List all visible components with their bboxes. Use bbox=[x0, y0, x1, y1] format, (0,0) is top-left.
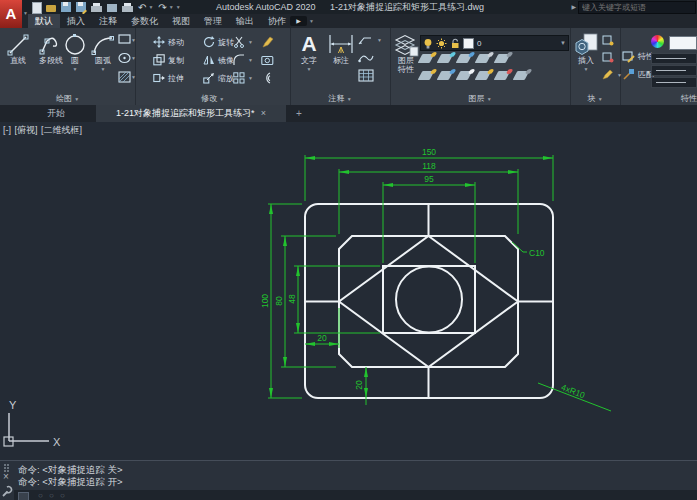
layer-dropdown-caret[interactable]: ▼ bbox=[560, 40, 566, 46]
layer-plot-icon[interactable] bbox=[494, 54, 511, 63]
trim-flyout-caret[interactable]: ▼ bbox=[248, 39, 253, 45]
layer-properties-tool[interactable]: 图层 特性 bbox=[392, 33, 420, 75]
linetype-dropdown[interactable] bbox=[651, 65, 697, 76]
search-input[interactable] bbox=[579, 3, 695, 12]
table-tool[interactable] bbox=[358, 69, 374, 82]
save-icon[interactable] bbox=[61, 2, 71, 12]
properties-panel-caption[interactable]: 特性 bbox=[620, 93, 697, 104]
dimension-tool[interactable]: 标注 bbox=[327, 31, 355, 66]
search-arrow-icon[interactable]: ▶ bbox=[571, 3, 576, 10]
block-edit-tool[interactable]: ▼ bbox=[602, 69, 622, 80]
command-recent-icon[interactable] bbox=[18, 492, 29, 500]
layer-unlock-all-icon[interactable] bbox=[494, 71, 511, 80]
layer-dropdown[interactable]: 0 ▼ bbox=[420, 35, 569, 51]
color-wheel-icon[interactable] bbox=[651, 35, 664, 48]
layer-make-current-icon[interactable] bbox=[456, 71, 473, 80]
layer-off-icon[interactable] bbox=[418, 54, 435, 63]
tab-view[interactable]: 视图 bbox=[165, 14, 197, 28]
fillet-flyout-caret[interactable]: ▼ bbox=[248, 57, 253, 63]
tab-collaborate[interactable]: 协作 bbox=[261, 14, 293, 28]
move-tool[interactable]: 移动 bbox=[153, 36, 184, 48]
arc-flyout-caret[interactable]: ▼ bbox=[90, 66, 116, 72]
layer-properties-icon bbox=[393, 33, 419, 57]
redo-caret-icon[interactable]: ▼ bbox=[169, 4, 174, 10]
tab-home[interactable]: 默认 bbox=[28, 14, 60, 28]
tab-start[interactable]: 开始 bbox=[16, 105, 96, 122]
lineweight-dropdown[interactable] bbox=[651, 53, 697, 64]
new-drawing-tab-icon[interactable]: + bbox=[293, 108, 305, 120]
model-space-canvas[interactable]: [-] [俯视] [二维线框] bbox=[0, 122, 697, 460]
leader-tool[interactable]: ▼ bbox=[358, 34, 382, 46]
copy-tool[interactable]: 复制 bbox=[153, 54, 184, 66]
text-tool[interactable]: A 文字 ▼ bbox=[295, 31, 323, 72]
undo-icon[interactable]: ↶ bbox=[138, 2, 146, 13]
mirror-tool[interactable]: 镜像 bbox=[203, 54, 234, 66]
attribute-define-tool[interactable] bbox=[602, 35, 614, 46]
attribute-edit-tool[interactable] bbox=[602, 52, 614, 63]
properties-tool[interactable]: 特性 bbox=[622, 50, 654, 63]
tab-manage[interactable]: 管理 bbox=[197, 14, 229, 28]
stretch-tool[interactable]: 拉伸 bbox=[153, 72, 184, 84]
tab-insert[interactable]: 插入 bbox=[60, 14, 92, 28]
arc-tool[interactable]: 圆弧 ▼ bbox=[90, 33, 116, 72]
application-menu-caret-icon[interactable]: ▼ bbox=[23, 10, 28, 16]
ellipse-tool[interactable] bbox=[118, 52, 131, 64]
modify-panel-caption[interactable]: 修改 ▼ bbox=[135, 93, 290, 104]
rectangle-tool[interactable] bbox=[118, 34, 131, 45]
layer-lock-icon[interactable] bbox=[475, 54, 492, 63]
tab-output[interactable]: 输出 bbox=[229, 14, 261, 28]
open-file-icon[interactable] bbox=[46, 5, 56, 12]
tab-active-drawing[interactable]: 1-21对象捕捉追踪和矩形工具练习*× bbox=[96, 105, 286, 122]
plot-icon[interactable] bbox=[91, 6, 102, 12]
layer-on-all-icon[interactable] bbox=[418, 71, 435, 80]
tab-annotate[interactable]: 注释 bbox=[92, 14, 124, 28]
blend-tool[interactable] bbox=[261, 54, 274, 66]
command-input-row[interactable]: ○ ○ ○ bbox=[14, 490, 697, 500]
application-menu-button[interactable]: A bbox=[0, 0, 22, 28]
text-flyout-caret[interactable]: ▼ bbox=[295, 66, 323, 72]
layer-thaw-all-icon[interactable] bbox=[475, 71, 492, 80]
undo-caret-icon[interactable]: ▼ bbox=[148, 4, 153, 10]
fillet-tool[interactable]: ▼ bbox=[233, 54, 253, 66]
hatch-tool[interactable] bbox=[118, 71, 131, 83]
new-file-icon[interactable] bbox=[30, 2, 41, 13]
tab-parametric[interactable]: 参数化 bbox=[124, 14, 165, 28]
circle-flyout-caret[interactable]: ▼ bbox=[62, 66, 88, 72]
revision-icon bbox=[358, 52, 374, 64]
annotate-panel-caption[interactable]: 注释 ▼ bbox=[290, 93, 390, 104]
layer-isolate-icon[interactable] bbox=[437, 54, 454, 63]
scale-tool[interactable]: 缩放 bbox=[203, 72, 234, 84]
match-properties-tool[interactable]: 匹配 bbox=[622, 68, 654, 81]
command-drag-handle[interactable] bbox=[4, 464, 6, 466]
array-tool[interactable]: ▼ bbox=[233, 72, 253, 84]
command-customize-wrench-icon[interactable] bbox=[1, 485, 13, 498]
block-panel-caption[interactable]: 块 ▼ bbox=[570, 93, 620, 104]
offset-tool[interactable] bbox=[261, 72, 274, 84]
erase-tool[interactable] bbox=[261, 36, 274, 48]
video-icon[interactable]: ▶ bbox=[290, 16, 307, 26]
insert-block-tool[interactable]: 插入 ▼ bbox=[573, 33, 599, 72]
ribbon: 直线 多段线 圆 ▼ bbox=[0, 28, 697, 105]
layer-unisolate-icon[interactable] bbox=[437, 71, 454, 80]
print-icon[interactable] bbox=[122, 6, 133, 12]
object-color-swatch[interactable] bbox=[669, 36, 697, 50]
save-as-icon[interactable] bbox=[76, 2, 86, 12]
layers-panel-caption[interactable]: 图层 ▼ bbox=[390, 93, 570, 104]
trim-tool[interactable]: ▼ bbox=[233, 36, 253, 48]
array-flyout-caret[interactable]: ▼ bbox=[248, 75, 253, 81]
publish-icon[interactable] bbox=[107, 4, 117, 12]
layer-settings-icon[interactable] bbox=[513, 71, 530, 80]
video-caret-icon[interactable]: ▼ bbox=[309, 18, 314, 24]
insert-flyout-caret[interactable]: ▼ bbox=[573, 66, 599, 72]
rotate-tool[interactable]: 旋转 bbox=[203, 36, 234, 48]
layer-freeze-icon[interactable] bbox=[456, 54, 473, 63]
plotstyle-dropdown[interactable] bbox=[651, 77, 697, 88]
leader-flyout-caret[interactable]: ▼ bbox=[377, 37, 382, 43]
command-close-icon[interactable]: × bbox=[3, 472, 9, 482]
line-tool[interactable]: 直线 bbox=[4, 33, 32, 66]
mleader-tool[interactable] bbox=[358, 52, 374, 64]
circle-tool[interactable]: 圆 ▼ bbox=[62, 33, 88, 72]
redo-icon[interactable]: ↷ bbox=[158, 2, 166, 13]
draw-panel-caption[interactable]: 绘图 ▼ bbox=[0, 93, 135, 104]
tab-close-icon[interactable]: × bbox=[261, 108, 266, 118]
